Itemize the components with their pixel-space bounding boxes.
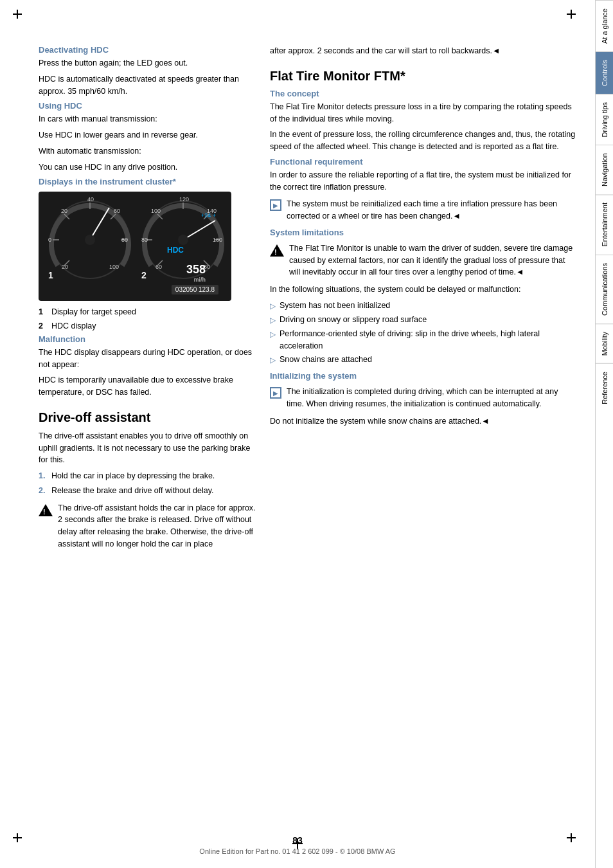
- drive-off-title: Drive-off assistant: [39, 410, 257, 425]
- functional-req-note-box: The system must be reinitialized each ti…: [270, 198, 576, 222]
- main-content: Deactivating HDC Press the button again;…: [0, 0, 595, 868]
- sidebar-tab-navigation[interactable]: Navigation: [596, 145, 613, 194]
- drive-off-warning-text: The drive-off assistant holds the car in…: [58, 502, 257, 550]
- using-hdc-heading: Using HDC: [39, 101, 257, 111]
- continuation-text: after approx. 2 seconds and the car will…: [270, 45, 576, 57]
- system-limitations-warning: The Flat Tire Monitor is unable to warn …: [289, 242, 576, 278]
- arrow-icon-3: ▷: [270, 329, 276, 352]
- section-deactivating-hdc: Deactivating HDC Press the button again;…: [39, 45, 257, 97]
- limitation-item-4: ▷ Snow chains are attached: [270, 354, 576, 366]
- svg-text:20: 20: [61, 208, 67, 214]
- limitation-item-2: ▷ Driving on snowy or slippery road surf…: [270, 314, 576, 326]
- note-arrow-icon: [270, 199, 281, 211]
- concept-para2: In the event of pressure loss, the rolli…: [270, 129, 576, 153]
- using-hdc-para2: Use HDC in lower gears and in reverse ge…: [39, 129, 257, 141]
- svg-text:80: 80: [121, 237, 128, 243]
- corner-mark-tl: [13, 10, 26, 23]
- sidebar-tabs: At a glance Controls Driving tips Naviga…: [595, 0, 613, 868]
- warning-triangle-icon-2: [270, 243, 284, 257]
- content-columns: Deactivating HDC Press the button again;…: [39, 45, 576, 556]
- svg-line-32: [183, 221, 215, 240]
- section-drive-off: Drive-off assistant The drive-off assist…: [39, 410, 257, 550]
- functional-req-heading: Functional requirement: [270, 157, 576, 167]
- arrow-icon-4: ▷: [270, 354, 276, 366]
- initializing-note-box: The initialization is completed during d…: [270, 386, 576, 410]
- section-concept: The concept The Flat Tire Monitor detect…: [270, 89, 576, 153]
- section-flat-tire: Flat Tire Monitor FTM* The concept The F…: [270, 69, 576, 428]
- page-container: Deactivating HDC Press the button again;…: [0, 0, 613, 868]
- page-footer: 83 Online Edition for Part no. 01 41 2 6…: [0, 835, 595, 855]
- page-number: 83: [0, 835, 595, 845]
- using-hdc-para4: You can use HDC in any drive position.: [39, 161, 257, 174]
- image-caption-2: 2 HDC display: [39, 320, 257, 332]
- arrow-icon-1: ▷: [270, 300, 276, 312]
- system-limitations-list: ▷ System has not been initialized ▷ Driv…: [270, 300, 576, 366]
- dash-speed-value: 358 mi/h: [186, 263, 206, 283]
- right-column: after approx. 2 seconds and the car will…: [270, 45, 576, 556]
- system-limitations-intro: In the following situations, the system …: [270, 284, 576, 296]
- limitation-item-1: ▷ System has not been initialized: [270, 300, 576, 312]
- limitation-item-3: ▷ Performance-oriented style of driving:…: [270, 328, 576, 352]
- section-system-limitations: System limitations The Flat Tire Monitor…: [270, 228, 576, 366]
- left-speedo-svg: 40 20 0 20 60 80 100 1: [45, 195, 135, 285]
- sidebar-tab-at-a-glance[interactable]: At a glance: [596, 0, 613, 51]
- svg-text:0: 0: [48, 237, 51, 243]
- malfunction-heading: Malfunction: [39, 334, 257, 344]
- speedo-display: 40 20 0 20 60 80 100 1: [39, 192, 231, 301]
- functional-req-note: The system must be reinitialized each ti…: [287, 198, 576, 222]
- footer-text: Online Edition for Part no. 01 41 2 602 …: [199, 847, 395, 855]
- system-limitations-warning-box: The Flat Tire Monitor is unable to warn …: [270, 242, 576, 278]
- svg-line-7: [90, 208, 109, 240]
- drive-off-intro: The drive-off assistant enables you to d…: [39, 430, 257, 466]
- drive-off-step-2: 2. Release the brake and drive off witho…: [39, 485, 257, 497]
- deactivating-hdc-para2: HDC is automatically deactivated at spee…: [39, 73, 257, 98]
- svg-text:100: 100: [151, 208, 161, 214]
- instrument-cluster-image: 40 20 0 20 60 80 100 1: [39, 192, 231, 301]
- section-initializing: Initializing the system The initializati…: [270, 371, 576, 427]
- section-using-hdc: Using HDC In cars with manual transmissi…: [39, 101, 257, 173]
- sidebar-tab-entertainment[interactable]: Entertainment: [596, 194, 613, 254]
- deactivating-hdc-para1: Press the button again; the LED goes out…: [39, 57, 257, 69]
- malfunction-para1: The HDC display disappears during HDC op…: [39, 347, 257, 371]
- flat-tire-title: Flat Tire Monitor FTM*: [270, 69, 576, 84]
- drive-off-steps: 1. Hold the car in place by depressing t…: [39, 470, 257, 497]
- image-caption-1: 1 Display for target speed: [39, 306, 257, 318]
- svg-text:100: 100: [109, 264, 119, 270]
- functional-req-para1: In order to assure the reliable reportin…: [270, 169, 576, 194]
- svg-text:2: 2: [141, 270, 147, 280]
- sidebar-tab-driving-tips[interactable]: Driving tips: [596, 94, 613, 145]
- drive-off-warning-box: The drive-off assistant holds the car in…: [39, 502, 257, 550]
- note-arrow-icon-2: [270, 387, 281, 399]
- using-hdc-para3: With automatic transmission:: [39, 145, 257, 158]
- svg-point-33: [178, 235, 188, 245]
- concept-para1: The Flat Tire Monitor detects pressure l…: [270, 101, 576, 125]
- initializing-note: The initialization is completed during d…: [287, 386, 576, 410]
- svg-text:20: 20: [62, 264, 68, 270]
- sidebar-tab-mobility[interactable]: Mobility: [596, 323, 613, 363]
- svg-text:80: 80: [141, 237, 148, 243]
- system-limitations-heading: System limitations: [270, 228, 576, 237]
- concept-heading: The concept: [270, 89, 576, 98]
- sidebar-tab-reference[interactable]: Reference: [596, 363, 613, 412]
- dash-odometer: 032050 123.8: [172, 285, 218, 294]
- left-column: Deactivating HDC Press the button again;…: [39, 45, 257, 556]
- sidebar-tab-communications[interactable]: Communications: [596, 255, 613, 323]
- svg-point-15: [85, 235, 95, 245]
- svg-text:160: 160: [213, 237, 222, 243]
- displays-heading: Displays in the instrument cluster*: [39, 177, 257, 186]
- svg-text:1: 1: [48, 270, 53, 280]
- arrow-icon-2: ▷: [270, 314, 276, 326]
- malfunction-para2: HDC is temporarily unavailable due to ex…: [39, 374, 257, 399]
- svg-text:+24 +: +24 +: [201, 212, 216, 219]
- section-functional-req: Functional requirement In order to assur…: [270, 157, 576, 222]
- svg-text:120: 120: [179, 196, 189, 203]
- warning-triangle-icon: [39, 503, 53, 517]
- svg-text:60: 60: [114, 208, 120, 214]
- svg-text:40: 40: [87, 196, 94, 203]
- sidebar-tab-controls[interactable]: Controls: [596, 51, 613, 94]
- initializing-para: Do not initialize the system while snow …: [270, 415, 576, 428]
- section-malfunction: Malfunction The HDC display disappears d…: [39, 334, 257, 399]
- using-hdc-para1: In cars with manual transmission:: [39, 113, 257, 125]
- section-displays: Displays in the instrument cluster*: [39, 177, 257, 332]
- corner-mark-tr: [563, 10, 576, 23]
